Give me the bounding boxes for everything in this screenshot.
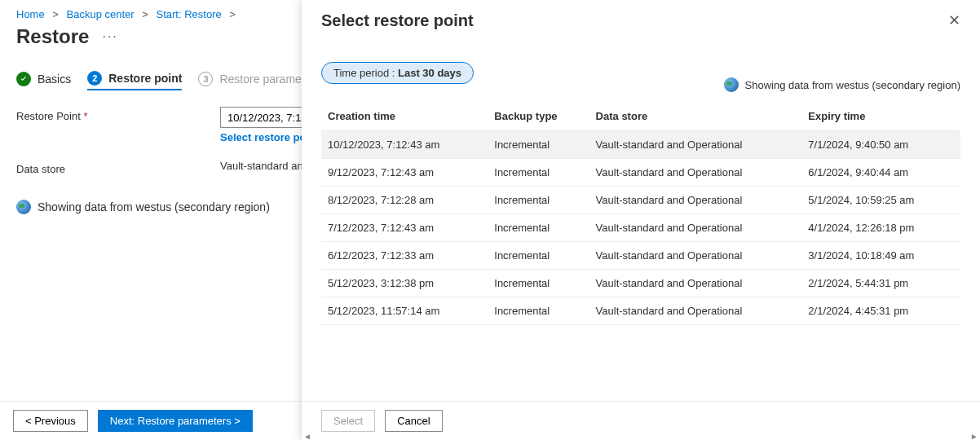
breadcrumb-backup-center[interactable]: Backup center: [67, 8, 135, 20]
col-expiry-time[interactable]: Expiry time: [801, 102, 960, 131]
breadcrumb-home[interactable]: Home: [16, 8, 45, 20]
table-row[interactable]: 5/12/2023, 3:12:38 pmIncrementalVault-st…: [321, 270, 960, 297]
cell-data_store: Vault-standard and Operational: [589, 131, 802, 159]
cell-data_store: Vault-standard and Operational: [589, 242, 802, 270]
cell-data_store: Vault-standard and Operational: [589, 214, 802, 242]
table-row[interactable]: 6/12/2023, 7:12:33 amIncrementalVault-st…: [321, 242, 960, 270]
panel-title: Select restore point: [321, 11, 474, 30]
step-number-icon: 3: [198, 72, 213, 86]
panel-region-note: Showing data from westus (secondary regi…: [724, 77, 960, 92]
step-number-icon: 2: [87, 71, 102, 86]
table-row[interactable]: 9/12/2023, 7:12:43 amIncrementalVault-st…: [321, 159, 960, 187]
check-icon: [16, 72, 31, 86]
cell-backup_type: Incremental: [488, 297, 589, 325]
chevron-right-icon: >: [142, 8, 148, 20]
cell-expiry: 3/1/2024, 10:18:49 am: [801, 242, 960, 270]
wizard-footer: < Previous Next: Restore parameters >: [0, 401, 302, 440]
select-button[interactable]: Select: [321, 410, 375, 432]
chevron-right-icon: >: [52, 8, 59, 20]
close-icon[interactable]: ✕: [948, 11, 960, 29]
time-period-filter[interactable]: Time period : Last 30 days: [321, 62, 474, 84]
step-label: Restore point: [108, 72, 182, 85]
scroll-right-icon[interactable]: ►: [970, 432, 978, 441]
data-store-label: Data store: [16, 160, 220, 175]
restore-point-label: Restore Point *: [16, 107, 220, 122]
globe-icon: [724, 77, 739, 92]
cell-creation: 6/12/2023, 7:12:33 am: [321, 242, 488, 270]
step-basics[interactable]: Basics: [16, 72, 71, 90]
time-period-label: Time period :: [333, 67, 398, 79]
globe-icon: [16, 200, 31, 214]
select-restore-point-panel: Select restore point ✕ Time period : Las…: [302, 0, 980, 440]
col-creation-time[interactable]: Creation time: [321, 102, 488, 131]
cell-backup_type: Incremental: [488, 159, 589, 187]
breadcrumb-start-restore[interactable]: Start: Restore: [156, 8, 221, 20]
table-row[interactable]: 7/12/2023, 7:12:43 amIncrementalVault-st…: [321, 214, 960, 242]
cancel-button[interactable]: Cancel: [385, 410, 442, 432]
step-label: Basics: [38, 73, 71, 86]
label-text: Restore Point: [16, 110, 81, 122]
horizontal-scrollbar[interactable]: ◄ ►: [302, 432, 980, 440]
previous-button[interactable]: < Previous: [13, 410, 88, 432]
cell-backup_type: Incremental: [488, 214, 589, 242]
cell-expiry: 6/1/2024, 9:40:44 am: [801, 159, 960, 187]
table-row[interactable]: 8/12/2023, 7:12:28 amIncrementalVault-st…: [321, 187, 960, 214]
scroll-left-icon[interactable]: ◄: [303, 432, 311, 441]
cell-expiry: 2/1/2024, 4:45:31 pm: [801, 297, 960, 325]
restore-points-table: Creation time Backup type Data store Exp…: [321, 102, 960, 325]
page-title: Restore: [16, 25, 89, 48]
cell-expiry: 5/1/2024, 10:59:25 am: [801, 187, 960, 214]
step-restore-point[interactable]: 2 Restore point: [87, 71, 182, 90]
cell-data_store: Vault-standard and Operational: [589, 297, 802, 325]
chevron-right-icon: >: [229, 8, 236, 20]
cell-expiry: 4/1/2024, 12:26:18 pm: [801, 214, 960, 242]
table-row[interactable]: 10/12/2023, 7:12:43 amIncrementalVault-s…: [321, 131, 960, 159]
cell-creation: 10/12/2023, 7:12:43 am: [321, 131, 488, 159]
time-period-value: Last 30 days: [398, 67, 461, 79]
cell-backup_type: Incremental: [488, 131, 589, 159]
cell-backup_type: Incremental: [488, 242, 589, 270]
region-note-text: Showing data from westus (secondary regi…: [38, 200, 270, 213]
cell-expiry: 2/1/2024, 5:44:31 pm: [801, 270, 960, 297]
col-data-store[interactable]: Data store: [589, 102, 802, 131]
more-icon[interactable]: ···: [102, 29, 117, 44]
cell-creation: 5/12/2023, 11:57:14 am: [321, 297, 488, 325]
cell-data_store: Vault-standard and Operational: [589, 159, 802, 187]
cell-creation: 8/12/2023, 7:12:28 am: [321, 187, 488, 214]
cell-backup_type: Incremental: [488, 270, 589, 297]
cell-backup_type: Incremental: [488, 187, 589, 214]
required-star-icon: *: [83, 110, 87, 122]
col-backup-type[interactable]: Backup type: [488, 102, 589, 131]
cell-expiry: 7/1/2024, 9:40:50 am: [801, 131, 960, 159]
table-row[interactable]: 5/12/2023, 11:57:14 amIncrementalVault-s…: [321, 297, 960, 325]
cell-creation: 5/12/2023, 3:12:38 pm: [321, 270, 488, 297]
next-button[interactable]: Next: Restore parameters >: [98, 410, 253, 432]
cell-data_store: Vault-standard and Operational: [589, 187, 802, 214]
cell-creation: 7/12/2023, 7:12:43 am: [321, 214, 488, 242]
cell-data_store: Vault-standard and Operational: [589, 270, 802, 297]
cell-creation: 9/12/2023, 7:12:43 am: [321, 159, 488, 187]
region-note-text: Showing data from westus (secondary regi…: [745, 79, 960, 91]
